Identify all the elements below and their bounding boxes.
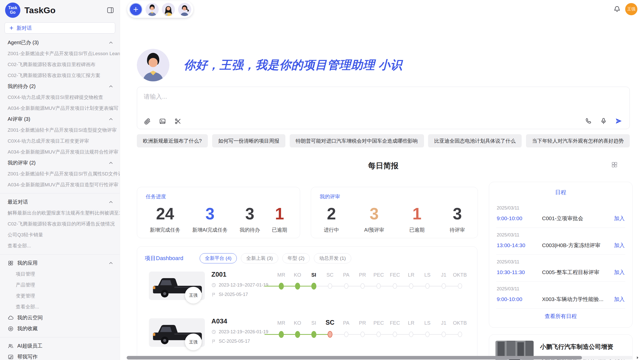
milestone-dot[interactable] (344, 283, 348, 289)
attach-image-icon[interactable] (159, 118, 166, 125)
new-chat-button[interactable]: 新对话 (5, 22, 115, 34)
suggestion-chip[interactable]: 比亚迪全固态电池计划具体说了什么 (428, 134, 522, 147)
agent-avatar-1[interactable] (145, 3, 159, 16)
milestone-label: PA (338, 320, 354, 326)
suggestion-chip[interactable]: 欧洲新规最近颁布了什么? (137, 134, 208, 147)
sidebar-section-header[interactable]: AI评审 (3) (0, 114, 120, 125)
voice-call-icon[interactable] (585, 117, 592, 125)
view-all-schedule-link[interactable]: 查看所有日程 (489, 313, 632, 320)
sidebar-task-item[interactable]: A034-全新新能源MUV产品开发项目法规符合性评审 (0, 146, 120, 157)
milestone-dot[interactable] (344, 332, 348, 337)
app-menu-item[interactable]: 查看全部... (0, 301, 120, 312)
milestone-dot[interactable] (311, 283, 316, 290)
milestone-dot[interactable] (328, 331, 332, 338)
milestone-point (354, 280, 371, 292)
join-link[interactable]: 加入 (614, 296, 625, 303)
milestone-dot[interactable] (458, 283, 462, 289)
snippet-scissors-icon[interactable] (174, 118, 181, 125)
join-link[interactable]: 加入 (614, 269, 625, 276)
project-row: 王强Z0012023-12-19~2027-01-19SI-2025-05-17… (145, 270, 470, 310)
recent-conversation-item[interactable]: 公司Q3轻卡销量 (0, 229, 120, 240)
sidebar-task-item[interactable]: Z001-全新燃油皮卡产品开发项目SI节点Lesson Learn报告 (0, 48, 120, 59)
milestone-dot[interactable] (376, 283, 381, 289)
milestone-dot[interactable] (425, 332, 430, 337)
milestone-dot[interactable] (376, 332, 381, 337)
sidebar-task-item[interactable]: A034-全新新能源MUV产品开发项目计划变更表编写 (0, 103, 120, 114)
attach-file-icon[interactable] (144, 118, 151, 125)
sidebar-collapse-icon[interactable] (107, 6, 114, 14)
milestone-dot[interactable] (425, 283, 430, 289)
sidebar-item-ai-super-staff[interactable]: AI超级员工 (0, 340, 120, 351)
sidebar-recent-header[interactable]: 最近对话 (0, 197, 120, 207)
plus-icon (9, 25, 14, 31)
app-menu-item[interactable]: 产品管理 (0, 279, 120, 290)
suggestion-chip[interactable]: 特朗普可能对进口汽车增税会对中国车企造成哪些影响 (290, 134, 424, 147)
agent-avatar-2[interactable] (162, 3, 175, 16)
sidebar-section-header[interactable]: 我的待办 (2) (0, 81, 120, 92)
app-menu-item[interactable]: 项目管理 (0, 268, 120, 279)
sidebar-item-my-favorites[interactable]: 我的收藏 (0, 323, 120, 334)
join-link[interactable]: 加入 (614, 242, 625, 249)
dashboard-tab[interactable]: 动总开发 (1) (314, 253, 351, 263)
milestone-label: PEC (371, 320, 387, 326)
recent-conversation-item[interactable]: C02-飞腾新能源轻客改款项目的闭环通告反馈情况 (0, 218, 120, 229)
agent-avatar-3[interactable] (178, 3, 191, 16)
milestone-dot[interactable] (458, 332, 462, 337)
sidebar-task-item[interactable]: Z001-全新燃油轻卡产品开发项目SI节点属性5D文件评审 (0, 168, 120, 179)
milestone-dot[interactable] (295, 283, 300, 290)
sidebar-task-item[interactable]: C02-飞腾新能源轻客改款项目立项汇报方案 (0, 70, 120, 81)
horizontal-scrollbar[interactable] (127, 356, 633, 359)
dashboard-tab[interactable]: 全新上装 (3) (241, 253, 278, 263)
milestone-dot[interactable] (279, 283, 284, 290)
milestone-dot[interactable] (360, 283, 365, 289)
sidebar-my-apps-header[interactable]: 我的应用 (0, 258, 120, 268)
app-menu-item[interactable]: 变更管理 (0, 290, 120, 301)
suggestion-chip[interactable]: 如何写一份清晰的项目周报 (212, 134, 285, 147)
milestone-point (306, 280, 322, 292)
milestone-dot[interactable] (328, 283, 332, 289)
sidebar-item-help-me-write[interactable]: 帮我写作 (0, 351, 120, 360)
milestone-dot[interactable] (442, 332, 446, 337)
divider (496, 308, 625, 309)
join-link[interactable]: 加入 (614, 215, 625, 222)
stat-label: 新增完成任务 (150, 227, 180, 233)
logo-line-1: Task (8, 6, 17, 10)
sidebar-my-apps-title: 我的应用 (17, 260, 108, 266)
milestone-point (371, 329, 387, 340)
recent-conversation-item[interactable]: 解释最新出台的欧盟报废车法规再生塑料比例被调至15%... (0, 207, 120, 218)
milestone-dot[interactable] (360, 332, 365, 337)
schedule-line: 13:00-14:30C003|H0B-方案冻结评审加入 (497, 242, 625, 249)
scroll-right-arrow-icon[interactable] (635, 355, 640, 360)
sidebar-task-item[interactable]: C02-飞腾新能源轻客改款项目里程碑画布 (0, 59, 120, 70)
layout-grid-icon[interactable] (611, 161, 618, 168)
milestone-dot[interactable] (295, 331, 300, 338)
send-icon[interactable] (615, 117, 622, 125)
sidebar-section-header[interactable]: Agent已办 (3) (0, 37, 120, 48)
sidebar-task-item[interactable]: A034-全新新能源MUV产品开发项目造型可行性评审 (0, 179, 120, 190)
milestone-point (273, 329, 289, 340)
sidebar-task-item[interactable]: C0X4-动力总成开发项目工程变更评审 (0, 136, 120, 146)
milestone-dot[interactable] (409, 283, 413, 289)
scrollbar-thumb[interactable] (127, 356, 582, 359)
milestone-dot[interactable] (393, 283, 397, 289)
schedule-title: 日程 (489, 189, 632, 196)
notification-bell-icon[interactable] (613, 6, 621, 13)
milestone-dot[interactable] (311, 331, 316, 338)
add-agent-button[interactable] (129, 3, 142, 16)
milestone-dot[interactable] (393, 332, 397, 337)
sidebar-task-item[interactable]: Z001-全新燃油轻卡产品开发项目SI造型提交物评审 (0, 125, 120, 136)
microphone-icon[interactable] (600, 117, 607, 125)
sidebar-item-my-cloud-space[interactable]: 我的云空间 (0, 312, 120, 323)
chat-input[interactable] (144, 93, 576, 113)
milestone-dot[interactable] (279, 331, 284, 338)
milestone-dot[interactable] (409, 332, 413, 337)
sidebar-section-header[interactable]: 我的评审 (2) (0, 157, 120, 168)
chevron-up-icon (108, 84, 114, 89)
sidebar-task-item[interactable]: C0X4-动力总成开发项目SI里程碑提交物检查 (0, 92, 120, 103)
user-avatar[interactable]: 王强 (625, 3, 637, 15)
milestone-dot[interactable] (442, 283, 446, 289)
dashboard-tab[interactable]: 全新平台 (4) (200, 253, 237, 263)
dashboard-tab[interactable]: 年型 (2) (282, 253, 310, 263)
recent-conversation-item[interactable]: 查看全部... (0, 240, 120, 251)
suggestion-chip[interactable]: 当下年轻人对汽车外观有怎样的喜好趋势 (526, 134, 630, 147)
